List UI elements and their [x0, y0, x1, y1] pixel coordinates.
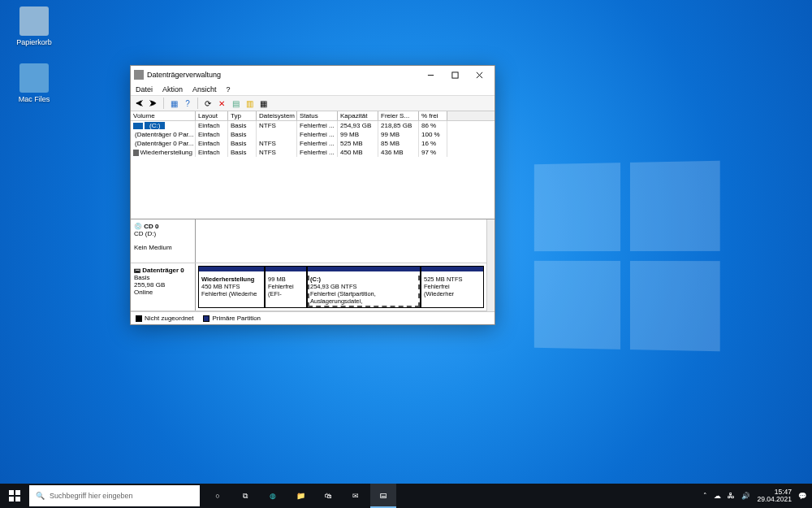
- toolbar: ⮜ ⮞ ▦ ? ⟳ ✕ ▤ ▥ ▦: [131, 96, 495, 111]
- volume-row[interactable]: (Datenträger 0 Par... Einfach Basis NTFS…: [131, 139, 495, 148]
- taskbar: 🔍 Suchbegriff hier eingeben ○ ⧉ ◍ 📁 🛍 ✉ …: [0, 484, 812, 508]
- svg-rect-5: [15, 490, 20, 495]
- legend-swatch-unallocated: [136, 315, 142, 322]
- recycle-bin-icon: [19, 7, 49, 36]
- taskbar-app-explorer[interactable]: 📁: [287, 484, 313, 508]
- col-capacity[interactable]: Kapazität: [338, 111, 378, 120]
- volume-icon: [133, 150, 139, 156]
- col-pct[interactable]: % frei: [419, 111, 447, 120]
- tool-button-3[interactable]: ▦: [257, 98, 269, 109]
- window-title: Datenträgerverwaltung: [147, 71, 418, 79]
- volume-row[interactable]: (Datenträger 0 Par... Einfach Basis Fehl…: [131, 130, 495, 139]
- search-box[interactable]: 🔍 Suchbegriff hier eingeben: [29, 485, 200, 506]
- properties-button[interactable]: ▦: [168, 98, 179, 109]
- col-volume[interactable]: Volume: [131, 111, 196, 120]
- legend: Nicht zugeordnet Primäre Partition: [131, 311, 495, 324]
- close-button[interactable]: [467, 67, 491, 83]
- volume-list[interactable]: (C:) Einfach Basis NTFS Fehlerfrei ... 2…: [131, 121, 495, 219]
- titlebar[interactable]: Datenträgerverwaltung: [131, 66, 495, 84]
- legend-swatch-primary: [203, 315, 209, 322]
- search-placeholder: Suchbegriff hier eingeben: [50, 492, 132, 500]
- notifications-icon[interactable]: 💬: [798, 492, 807, 500]
- task-view-button[interactable]: ⧉: [232, 484, 258, 508]
- svg-rect-7: [15, 497, 20, 501]
- graphical-disk-pane: 💿 CD 0 CD (D:) Kein Medium 🖴 Datenträger…: [131, 219, 495, 324]
- taskbar-app-mail[interactable]: ✉: [343, 484, 369, 508]
- search-icon: 🔍: [36, 492, 45, 500]
- tool-button-2[interactable]: ▥: [244, 98, 255, 109]
- volume-icon[interactable]: 🔊: [741, 492, 750, 500]
- volume-row[interactable]: (C:) Einfach Basis NTFS Fehlerfrei ... 2…: [131, 121, 495, 130]
- disk-row-cd[interactable]: 💿 CD 0 CD (D:) Kein Medium: [131, 219, 486, 263]
- col-type[interactable]: Typ: [228, 111, 257, 120]
- scrollbar[interactable]: [486, 219, 495, 311]
- disk-management-window: Datenträgerverwaltung Datei Aktion Ansic…: [130, 65, 495, 325]
- cloud-icon[interactable]: ☁: [714, 492, 721, 500]
- folder-icon: [19, 63, 49, 93]
- desktop-icon-macfiles[interactable]: Mac Files: [10, 63, 58, 103]
- clock[interactable]: 15:47 29.04.2021: [757, 488, 792, 504]
- windows-icon: [9, 490, 20, 501]
- app-icon: [134, 70, 144, 80]
- taskbar-app-diskmgmt[interactable]: 🖴: [370, 484, 396, 508]
- col-layout[interactable]: Layout: [196, 111, 228, 120]
- partition-strip: Wiederherstellung 450 MB NTFS Fehlerfrei…: [196, 263, 486, 310]
- taskbar-app-store[interactable]: 🛍: [315, 484, 341, 508]
- tool-button[interactable]: ▤: [230, 98, 241, 109]
- desktop-icon-label: Mac Files: [10, 95, 58, 103]
- back-button[interactable]: ⮜: [134, 98, 145, 109]
- volume-icon: [133, 123, 143, 129]
- col-fs[interactable]: Dateisystem: [257, 111, 297, 120]
- volume-row[interactable]: Wiederherstellung Einfach Basis NTFS Feh…: [131, 148, 495, 157]
- menu-action[interactable]: Aktion: [162, 85, 183, 93]
- partition[interactable]: 525 MB NTFS Fehlerfrei (Wiederher: [421, 266, 484, 308]
- system-tray[interactable]: ˄ ☁ 🖧 🔊 15:47 29.04.2021 💬: [698, 488, 812, 504]
- folder-icon: 📁: [296, 492, 305, 500]
- menubar: Datei Aktion Ansicht ?: [131, 84, 495, 96]
- partition-selected[interactable]: (C:) 254,93 GB NTFS Fehlerfrei (Startpar…: [307, 266, 421, 308]
- start-button[interactable]: [0, 484, 29, 508]
- windows-logo-backdrop: [534, 161, 720, 352]
- menu-view[interactable]: Ansicht: [192, 85, 217, 93]
- col-free[interactable]: Freier S...: [378, 111, 419, 120]
- svg-rect-1: [451, 72, 457, 77]
- disk-icon: 🖴: [134, 267, 140, 274]
- forward-button[interactable]: ⮞: [148, 98, 159, 109]
- store-icon: 🛍: [325, 492, 332, 500]
- help-button[interactable]: ?: [182, 98, 193, 109]
- col-status[interactable]: Status: [297, 111, 338, 120]
- cd-icon: 💿: [134, 223, 142, 230]
- menu-file[interactable]: Datei: [136, 85, 153, 93]
- disk-row-0[interactable]: 🖴 Datenträger 0 Basis 255,98 GB Online W…: [131, 263, 486, 311]
- partition[interactable]: Wiederherstellung 450 MB NTFS Fehlerfrei…: [198, 266, 265, 308]
- taskbar-app-edge[interactable]: ◍: [260, 484, 286, 508]
- edge-icon: ◍: [270, 492, 276, 500]
- chevron-up-icon[interactable]: ˄: [703, 492, 707, 500]
- delete-button[interactable]: ✕: [216, 98, 227, 109]
- disk-icon: 🖴: [380, 491, 387, 499]
- svg-rect-6: [9, 497, 14, 501]
- maximize-button[interactable]: [443, 67, 467, 83]
- refresh-button[interactable]: ⟳: [202, 98, 214, 109]
- volume-list-header: Volume Layout Typ Dateisystem Status Kap…: [131, 111, 495, 121]
- minimize-button[interactable]: [418, 67, 443, 83]
- cortana-button[interactable]: ○: [205, 484, 231, 508]
- desktop-icon-label: Papierkorb: [10, 38, 58, 46]
- menu-help[interactable]: ?: [227, 85, 231, 93]
- network-icon[interactable]: 🖧: [728, 492, 735, 500]
- desktop-icon-recyclebin[interactable]: Papierkorb: [10, 7, 58, 46]
- partition[interactable]: 99 MB Fehlerfrei (EFI-: [265, 266, 307, 308]
- svg-rect-4: [9, 490, 14, 495]
- mail-icon: ✉: [352, 492, 359, 500]
